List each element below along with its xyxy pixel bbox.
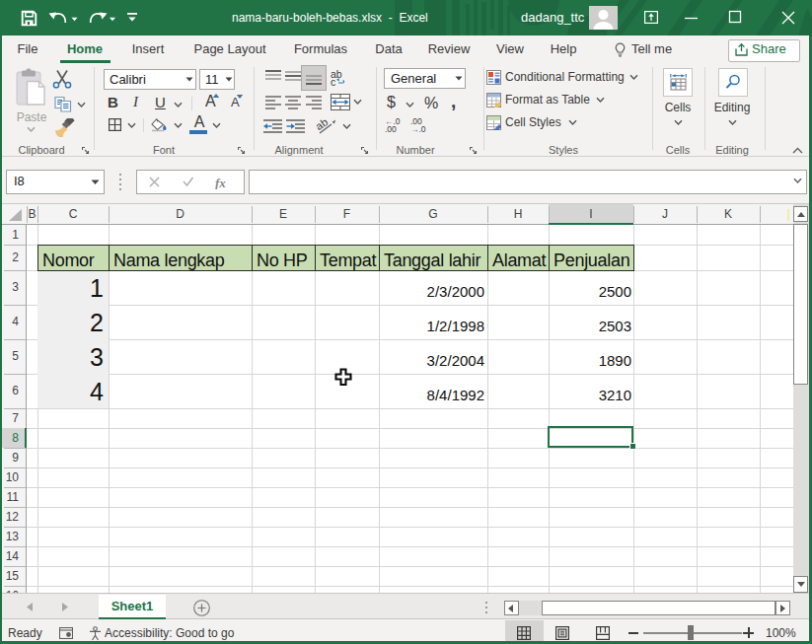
svg-text:fx: fx xyxy=(215,176,226,189)
svg-text:c: c xyxy=(331,76,335,87)
svg-text:ab: ab xyxy=(315,116,330,132)
svg-text:A: A xyxy=(205,93,216,108)
